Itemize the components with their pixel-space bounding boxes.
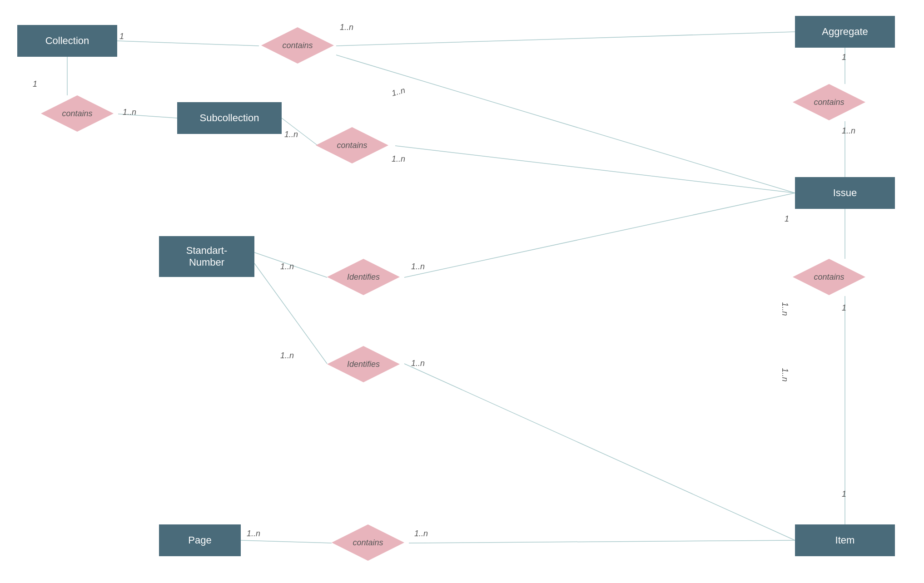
card-7: 1..n bbox=[392, 154, 405, 164]
svg-line-5 bbox=[336, 55, 795, 193]
svg-line-6 bbox=[395, 146, 795, 193]
card-4: 1..n bbox=[123, 108, 136, 117]
svg-line-0 bbox=[117, 41, 259, 46]
card-3: 1 bbox=[33, 79, 37, 89]
diamond-identifies1: Identifies bbox=[327, 259, 400, 295]
card-15: 1..n bbox=[411, 359, 425, 368]
entity-collection: Collection bbox=[17, 25, 117, 57]
card-18: 1..n bbox=[247, 529, 260, 539]
card-11: 1..n bbox=[780, 302, 790, 316]
entity-aggregate: Aggregate bbox=[795, 16, 895, 48]
svg-line-15 bbox=[241, 540, 332, 543]
card-16: 1 bbox=[842, 303, 846, 313]
entity-standart-number: Standart- Number bbox=[159, 236, 254, 277]
er-diagram: Collection Aggregate Subcollection Issue… bbox=[0, 0, 924, 583]
card-6: 1..n bbox=[391, 85, 406, 98]
card-10: 1 bbox=[785, 214, 789, 224]
svg-line-16 bbox=[409, 540, 795, 543]
svg-line-1 bbox=[336, 32, 795, 46]
diamond-contains-page: contains bbox=[332, 524, 404, 561]
diamond-contains-issue: contains bbox=[793, 259, 865, 295]
card-2: 1..n bbox=[340, 23, 353, 32]
entity-item: Item bbox=[795, 524, 895, 556]
card-12: 1..n bbox=[280, 262, 294, 272]
card-5: 1..n bbox=[284, 130, 298, 139]
card-20: 1 bbox=[842, 489, 846, 499]
connector-lines bbox=[0, 0, 924, 583]
card-9: 1..n bbox=[842, 126, 855, 136]
svg-line-13 bbox=[254, 263, 327, 364]
card-19: 1..n bbox=[414, 529, 428, 539]
entity-page: Page bbox=[159, 524, 241, 556]
card-13: 1..n bbox=[280, 351, 294, 361]
svg-line-14 bbox=[404, 364, 795, 540]
diamond-contains3: contains bbox=[316, 127, 388, 163]
diamond-identifies2: Identifies bbox=[327, 346, 400, 382]
card-14: 1..n bbox=[411, 262, 425, 272]
svg-line-12 bbox=[404, 193, 795, 277]
card-17: 1..n bbox=[780, 368, 790, 382]
entity-issue: Issue bbox=[795, 177, 895, 209]
card-8: 1 bbox=[842, 53, 846, 62]
diamond-contains-aggregate: contains bbox=[793, 84, 865, 120]
card-1: 1 bbox=[119, 32, 124, 41]
entity-subcollection: Subcollection bbox=[177, 102, 282, 134]
diamond-contains2: contains bbox=[41, 95, 114, 132]
diamond-contains1: contains bbox=[261, 27, 334, 64]
